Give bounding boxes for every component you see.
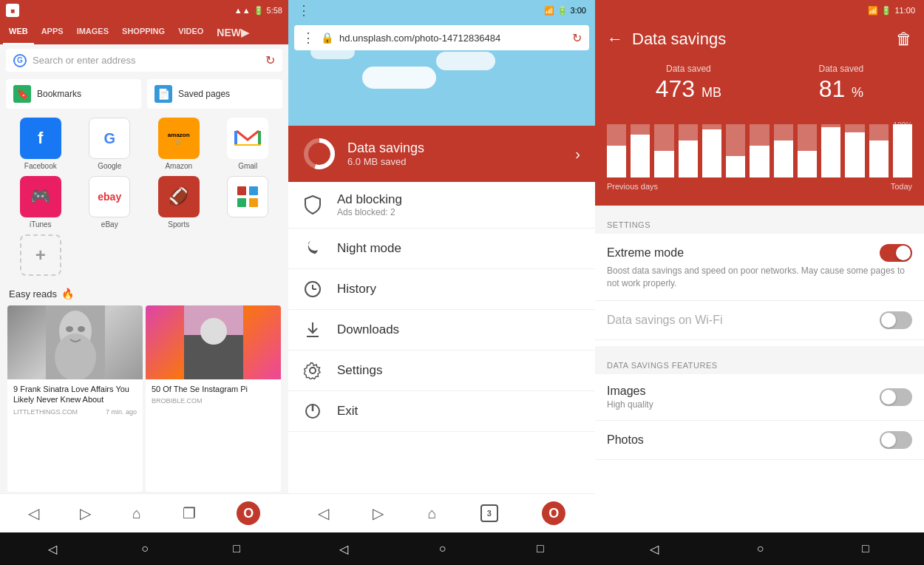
news-card-sinatra[interactable]: 9 Frank Sinatra Love Affairs You Likely … <box>7 305 143 492</box>
status-left-2: ⋮ <box>297 2 310 18</box>
bottom-nav-2: ◁ ▷ ⌂ 3 O <box>288 493 595 532</box>
feature-images-name: Images <box>607 385 653 398</box>
tab-count[interactable]: 3 <box>480 504 498 522</box>
chart-100-label: 100% <box>893 121 912 129</box>
speed-dial-add[interactable]: + <box>9 234 72 279</box>
settings-section-label: SETTINGS <box>607 220 650 229</box>
sys-home-2[interactable]: ○ <box>439 542 446 555</box>
search-placeholder: Search or enter address <box>33 55 259 66</box>
tabs-button-1[interactable]: ❐ <box>183 504 196 522</box>
amazon-icon: amazon 🛒 <box>158 118 200 159</box>
opera-button-2[interactable]: O <box>542 501 565 525</box>
saved-pages-shortcut[interactable]: 📄 Saved pages <box>147 79 282 109</box>
back-arrow[interactable]: ← <box>607 30 623 49</box>
settings-list: Extreme mode Boost data savings and spee… <box>595 234 924 340</box>
sys-back-3[interactable]: ◁ <box>650 542 659 556</box>
news-card-instagram[interactable]: 50 Of The Se Instagram Pi BROBIBLE.COM <box>146 305 281 492</box>
images-knob <box>881 390 896 405</box>
tab-shopping[interactable]: SHOPPING <box>116 21 171 44</box>
settings-label: Settings <box>337 363 382 378</box>
downloads-label: Downloads <box>337 322 399 337</box>
sys-recent-3[interactable]: □ <box>862 542 869 555</box>
system-nav-1: ◁ ○ □ <box>0 532 288 565</box>
chart-50-label: 50% <box>897 151 912 159</box>
sys-back-2[interactable]: ◁ <box>339 542 348 556</box>
forward-button-2[interactable]: ▷ <box>373 504 384 522</box>
sys-recent-1[interactable]: □ <box>233 542 240 555</box>
menu-item-adblocking[interactable]: Ad blocking Ads blocked: 2 <box>288 182 595 229</box>
extreme-mode-toggle[interactable] <box>880 244 912 262</box>
instagram-info: 50 Of The Se Instagram Pi BROBIBLE.COM <box>146 379 281 409</box>
chart-bar-1 <box>631 124 650 177</box>
bookmarks-shortcut[interactable]: 🔖 Bookmarks <box>6 79 141 109</box>
saved-pages-label: Saved pages <box>178 89 230 99</box>
sys-back-1[interactable]: ◁ <box>48 542 57 556</box>
svg-point-12 <box>78 326 85 332</box>
data-savings-banner[interactable]: Data savings 6.0 MB saved › <box>288 126 595 182</box>
speed-dial-sports[interactable]: 🏈 Sports <box>147 176 211 229</box>
google-label: Google <box>98 162 121 170</box>
status-bar-3: 📶 🔋 11:00 <box>595 0 924 21</box>
speed-dial-ebay[interactable]: ebay eBay <box>78 176 142 229</box>
three-dots-icon: ⋮ <box>297 2 310 18</box>
svg-rect-4 <box>237 186 246 195</box>
opera-button-1[interactable]: O <box>237 501 260 525</box>
sys-home-1[interactable]: ○ <box>141 542 149 555</box>
menu-item-nightmode[interactable]: Night mode <box>288 229 595 269</box>
speed-dial-amazon[interactable]: amazon 🛒 Amazon <box>147 118 211 170</box>
nav-tabs: WEB APPS IMAGES SHOPPING VIDEO NEW▶ <box>0 21 288 44</box>
speed-dial-tiles[interactable] <box>217 176 280 229</box>
sports-icon: 🏈 <box>158 176 200 217</box>
speed-dial-gmail[interactable]: Gmail <box>217 118 280 170</box>
tab-video[interactable]: VIDEO <box>172 21 209 44</box>
tab-images[interactable]: IMAGES <box>71 21 115 44</box>
amazon-label: Amazon <box>165 162 192 170</box>
photos-toggle[interactable] <box>880 431 912 449</box>
menu-item-exit[interactable]: Exit <box>288 391 595 432</box>
data-savings-subtitle: 6.0 MB saved <box>347 156 563 167</box>
chart-bar-6 <box>750 124 769 177</box>
chart-bar-0 <box>607 124 626 177</box>
speed-dial-itunes[interactable]: 🎮 iTunes <box>9 176 72 229</box>
images-toggle[interactable] <box>880 388 912 406</box>
moon-icon <box>303 239 322 258</box>
refresh-icon-2[interactable]: ↻ <box>572 31 582 45</box>
svg-rect-5 <box>249 186 258 195</box>
wifi-savings-name: Data savings on Wi-Fi <box>607 314 723 327</box>
menu-item-history[interactable]: History <box>288 269 595 310</box>
search-bar[interactable]: G Search or enter address ↻ <box>6 49 282 72</box>
tab-web[interactable]: WEB <box>3 21 34 44</box>
tiles-icon <box>227 176 268 217</box>
menu-item-downloads[interactable]: Downloads <box>288 310 595 351</box>
speed-dial-google[interactable]: G Google <box>78 118 142 170</box>
wifi-savings-toggle[interactable] <box>880 311 912 329</box>
page-title: Data savings <box>632 30 726 49</box>
refresh-icon[interactable]: ↻ <box>265 53 275 67</box>
chart-bar-7 <box>774 124 793 177</box>
menu-item-settings[interactable]: Settings <box>288 351 595 391</box>
instagram-meta: BROBIBLE.COM <box>152 397 275 405</box>
back-button-1[interactable]: ◁ <box>28 504 39 522</box>
svg-point-34 <box>310 368 316 373</box>
speed-dial-facebook[interactable]: f Facebook <box>9 118 72 170</box>
feature-images-info: Images High quality <box>607 385 653 410</box>
battery-icon-3: 🔋 <box>881 6 891 16</box>
address-bar-2[interactable]: ⋮ 🔒 hd.unsplash.com/photo-14712836484 ↻ <box>294 25 589 50</box>
trash-icon[interactable]: 🗑 <box>896 30 912 49</box>
svg-rect-3 <box>234 144 261 146</box>
home-button-2[interactable]: ⌂ <box>427 505 436 522</box>
chart-bars <box>607 118 912 177</box>
tab-more[interactable]: NEW▶ <box>211 21 255 44</box>
tab-apps[interactable]: APPS <box>35 21 69 44</box>
power-icon <box>303 402 322 421</box>
three-dots-menu[interactable]: ⋮ <box>302 30 315 46</box>
bookmarks-label: Bookmarks <box>37 89 81 99</box>
chart-bar-4 <box>702 124 721 177</box>
feature-images-value: High quality <box>607 399 653 410</box>
sys-home-3[interactable]: ○ <box>757 542 764 555</box>
back-button-2[interactable]: ◁ <box>318 504 329 522</box>
chart-bar-5 <box>726 124 745 177</box>
home-button-1[interactable]: ⌂ <box>132 505 141 522</box>
forward-button-1[interactable]: ▷ <box>80 504 91 522</box>
sys-recent-2[interactable]: □ <box>537 542 544 555</box>
